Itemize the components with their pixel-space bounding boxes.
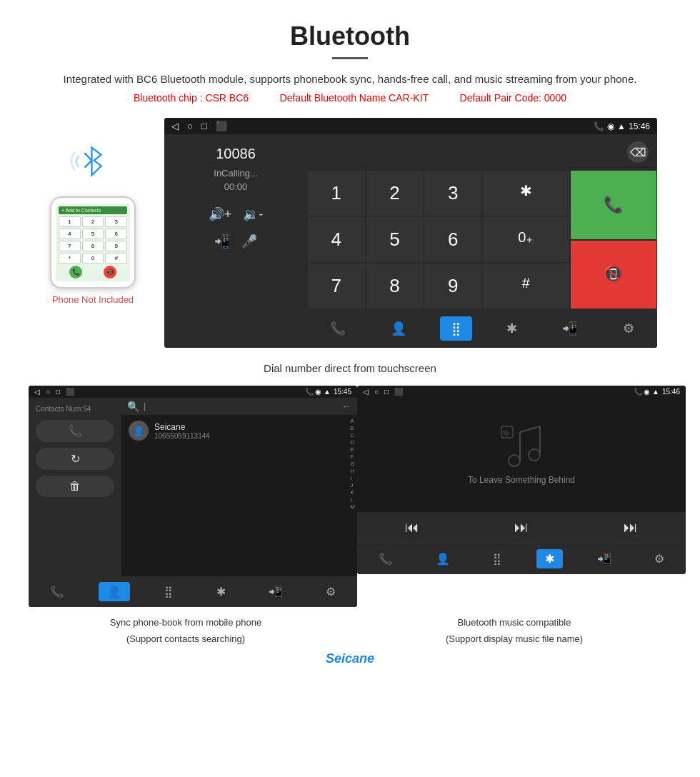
contacts-content: Contacts Num:54 📞 ↻ 🗑 🔍 | ← 👤: [29, 398, 357, 576]
home-icon-sm: ○: [46, 388, 50, 396]
play-pause-button[interactable]: ⏭: [514, 519, 529, 536]
spec-name: Default Bluetooth Name CAR-KIT: [280, 92, 429, 104]
brand-watermark: Seicane: [326, 651, 374, 666]
call-time: 00:00: [224, 181, 248, 192]
phone-side-panel: + Add to Contacts 123 456 789 *0# 📞 📵 Ph…: [43, 118, 143, 305]
numpad-row-3: 7 8 9: [307, 263, 482, 309]
nav-contacts[interactable]: 👤: [379, 316, 418, 341]
bottom-captions: Sync phone-book from mobile phone (Suppo…: [0, 611, 700, 644]
key-0plus[interactable]: 0₊: [482, 216, 570, 263]
music-android-screen: ◁ ○ □ ⬛ 📞 ◉ ▲ 15:46: [357, 386, 686, 574]
page-description: Integrated with BC6 Bluetooth module, su…: [29, 71, 671, 88]
key-7[interactable]: 7: [307, 263, 366, 309]
nav-calls[interactable]: 📞: [319, 316, 357, 341]
music-nav-calls[interactable]: 📞: [370, 549, 401, 568]
music-content-area: To Leave Something Behind: [357, 398, 686, 512]
nav-transfer[interactable]: 📲: [551, 316, 589, 341]
nav-dialpad[interactable]: ⣿: [440, 316, 472, 341]
end-call-button[interactable]: 📵: [570, 240, 658, 310]
vol-up-icon[interactable]: 🔊+: [209, 206, 232, 222]
contact-avatar: 👤: [129, 421, 149, 441]
notif-icon-sm: ⬛: [66, 388, 74, 396]
contacts-nav-contacts[interactable]: 👤: [99, 582, 130, 601]
music-nav-settings[interactable]: ⚙: [646, 549, 673, 568]
contacts-nav-settings[interactable]: ⚙: [317, 582, 344, 601]
svg-line-6: [520, 426, 540, 432]
numpad-row-1: 1 2 3: [307, 170, 482, 216]
numpad-display: ⌫: [307, 134, 657, 170]
contacts-nav-dialpad[interactable]: ⣿: [156, 582, 181, 601]
volume-controls: 🔊+ 🔉-: [209, 206, 264, 222]
contacts-nav-calls[interactable]: 📞: [41, 582, 73, 601]
svg-point-2: [509, 455, 520, 466]
page-title: Bluetooth: [29, 21, 671, 51]
contacts-statusbar: ◁ ○ □ ⬛ 📞 ◉ ▲ 15:45: [29, 386, 357, 398]
main-screenshot-area: + Add to Contacts 123 456 789 *0# 📞 📵 Ph…: [0, 111, 700, 355]
key-9[interactable]: 9: [424, 263, 482, 309]
contacts-nav-bt[interactable]: ✱: [208, 582, 234, 601]
dial-screen: ◁ ○ □ ⬛ 📞 ◉ ▲ 15:46 10086 InCalling... 0…: [164, 118, 657, 348]
key-hash[interactable]: #: [482, 263, 570, 309]
contacts-list-area: 🔍 | ← 👤 Seicane 10655059113144: [121, 398, 357, 576]
recent-icon: □: [201, 121, 207, 131]
bluetooth-icon: [68, 139, 118, 189]
numpad-call-col: 📞 📵: [570, 170, 658, 309]
key-4[interactable]: 4: [307, 216, 366, 263]
left-caption-main: Sync phone-book from mobile phone: [29, 617, 343, 628]
prev-track-button[interactable]: ⏮: [405, 519, 419, 536]
music-playback-controls: ⏮ ⏭ ⏭: [357, 512, 686, 543]
contact-info: Seicane 10655059113144: [154, 422, 210, 440]
contacts-nav-transfer[interactable]: 📲: [260, 582, 291, 601]
music-nav-dialpad[interactable]: ⣿: [484, 549, 510, 568]
music-screen-wrap: ◁ ○ □ ⬛ 📞 ◉ ▲ 15:46: [350, 386, 679, 607]
nav-bluetooth[interactable]: ✱: [495, 316, 529, 341]
contacts-nav: 📞 👤 ⣿ ✱ 📲 ⚙: [29, 576, 357, 607]
right-caption-main: Bluetooth music compatible: [357, 617, 671, 628]
key-6[interactable]: 6: [424, 216, 482, 263]
spec-line: Bluetooth chip : CSR BC6 Default Bluetoo…: [29, 92, 671, 104]
nav-icons: ◁ ○ □ ⬛: [171, 121, 227, 131]
right-caption-sub: (Support display music file name): [357, 633, 671, 644]
phone-status-icon: 📞: [594, 121, 604, 131]
spec-chip: Bluetooth chip : CSR BC6: [134, 92, 249, 104]
svg-line-1: [84, 161, 91, 168]
key-8[interactable]: 8: [366, 263, 424, 309]
key-5[interactable]: 5: [366, 216, 424, 263]
back-icon-sm: ◁: [34, 388, 40, 396]
left-caption: Sync phone-book from mobile phone (Suppo…: [21, 611, 350, 644]
phone-music-icon: [500, 425, 543, 468]
home-icon-m: ○: [374, 388, 379, 396]
nav-settings[interactable]: ⚙: [611, 316, 646, 341]
left-caption-sub: (Support contacts searching): [29, 633, 343, 644]
music-nav-contacts[interactable]: 👤: [427, 549, 459, 568]
music-nav-bt[interactable]: ✱: [536, 549, 563, 568]
title-underline: [332, 57, 368, 59]
key-1[interactable]: 1: [307, 170, 366, 216]
music-nav-transfer[interactable]: 📲: [589, 549, 620, 568]
search-input[interactable]: |: [144, 401, 337, 411]
key-star[interactable]: ✱: [482, 170, 570, 216]
call-button[interactable]: 📞: [570, 170, 658, 240]
transfer-icon[interactable]: 📲: [214, 234, 230, 249]
delete-btn[interactable]: 🗑: [36, 476, 114, 497]
music-nav: 📞 👤 ⣿ ✱ 📲 ⚙: [357, 543, 686, 574]
dial-numpad: ⌫ 1 2 3 4 5 6: [307, 134, 657, 348]
contact-name: Seicane: [154, 422, 210, 432]
key-2[interactable]: 2: [366, 170, 424, 216]
contact-number: 10655059113144: [154, 432, 210, 440]
mute-icon[interactable]: 🎤: [241, 234, 257, 249]
vol-down-icon[interactable]: 🔉-: [243, 206, 263, 222]
next-track-button[interactable]: ⏭: [624, 519, 638, 536]
svg-line-0: [84, 153, 91, 160]
contact-item: 👤 Seicane 10655059113144: [121, 415, 348, 446]
numpad-main-cols: 1 2 3 4 5 6 7 8 9: [307, 170, 482, 309]
status-right: 📞 ◉ ▲ 15:46: [594, 121, 650, 131]
refresh-btn[interactable]: ↻: [36, 448, 114, 470]
main-dial-caption: Dial number direct from touchscreen: [0, 362, 700, 374]
backspace-button[interactable]: ⌫: [627, 141, 649, 163]
call-btn[interactable]: 📞: [36, 420, 114, 442]
key-3[interactable]: 3: [424, 170, 482, 216]
call-status: InCalling...: [214, 168, 257, 179]
dial-main-area: 10086 InCalling... 00:00 🔊+ 🔉- 📲 🎤 ⌫: [164, 134, 657, 348]
extra-controls: 📲 🎤: [214, 234, 257, 249]
